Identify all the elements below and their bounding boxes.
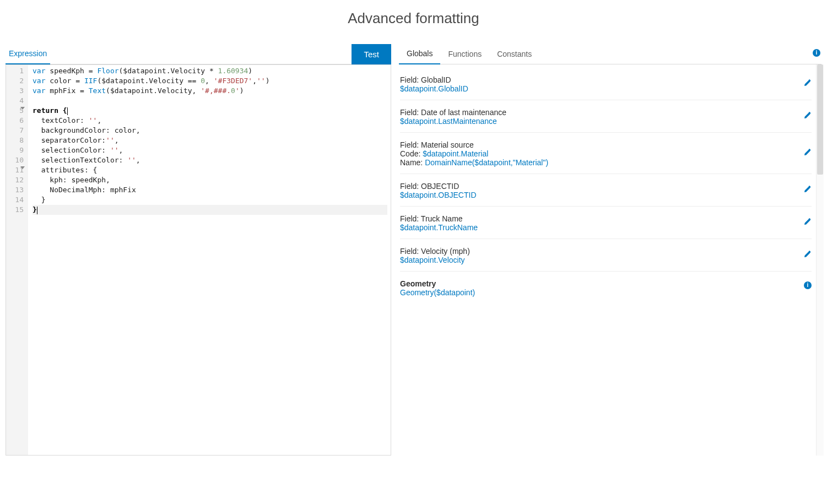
field-label: Field: OBJECTID (400, 182, 812, 191)
code-line[interactable]: kph: speedKph, (33, 175, 387, 185)
code-line[interactable]: selectionTextColor: '', (33, 155, 387, 165)
field-label: Field: Date of last maintenance (400, 108, 812, 117)
edit-icon[interactable] (803, 148, 812, 158)
info-icon[interactable]: i (804, 281, 812, 289)
field-label: Field: Velocity (mph) (400, 247, 812, 256)
line-number: 4 (10, 96, 24, 106)
field-code-row: Code: $datapoint.Material (400, 149, 812, 158)
test-button[interactable]: Test (352, 44, 391, 64)
field-label: Field: Material source (400, 140, 812, 149)
tab-expression[interactable]: Expression (6, 44, 50, 64)
field-item: Field: Date of last maintenance$datapoin… (400, 100, 812, 133)
field-code-link[interactable]: $datapoint.Material (423, 149, 488, 158)
field-item: Field: OBJECTID$datapoint.OBJECTID (400, 174, 812, 207)
code-editor[interactable]: 123456789101112131415 var speedKph = Flo… (6, 64, 391, 456)
field-code-label: Code: (400, 149, 423, 158)
line-number: 12 (10, 175, 24, 185)
code-line[interactable]: } (33, 195, 387, 205)
editor-code[interactable]: var speedKph = Floor($datapoint.Velocity… (28, 65, 391, 455)
line-number: 5 (10, 106, 24, 116)
fields-list: Field: GlobalID$datapoint.GlobalIDField:… (399, 64, 821, 304)
left-tabs: Expression (6, 44, 50, 64)
edit-icon[interactable] (803, 250, 812, 260)
code-line[interactable]: attributes: { (33, 165, 387, 175)
line-number: 6 (10, 116, 24, 126)
code-line[interactable]: var color = IIF($datapoint.Velocity == 0… (33, 76, 387, 86)
edit-icon[interactable] (803, 218, 812, 227)
line-number: 1 (10, 66, 24, 76)
fold-icon[interactable] (20, 107, 25, 110)
body: Expression Test 123456789101112131415 va… (0, 44, 827, 456)
field-variable-link[interactable]: $datapoint.Velocity (400, 256, 812, 264)
line-number: 2 (10, 76, 24, 86)
line-number: 10 (10, 155, 24, 165)
code-line[interactable]: } (33, 205, 387, 215)
code-line[interactable]: var speedKph = Floor($datapoint.Velocity… (33, 66, 387, 76)
geometry-link[interactable]: Geometry($datapoint) (400, 288, 812, 297)
line-number: 9 (10, 145, 24, 155)
app-root: Advanced formatting Expression Test 1234… (0, 0, 827, 504)
geometry-item: GeometryGeometry($datapoint)i (400, 272, 812, 304)
field-variable-link[interactable]: $datapoint.OBJECTID (400, 191, 812, 199)
fold-icon[interactable] (20, 166, 25, 169)
code-line[interactable]: textColor: '', (33, 116, 387, 126)
code-line[interactable]: selectionColor: '', (33, 145, 387, 155)
tab-functions[interactable]: Functions (440, 44, 489, 64)
tab-constants[interactable]: Constants (489, 44, 539, 64)
tab-globals[interactable]: Globals (399, 44, 440, 64)
page-title: Advanced formatting (0, 0, 827, 44)
field-name-link[interactable]: DomainName($datapoint,"Material") (425, 158, 548, 167)
code-line[interactable]: NoDecimalMph: mphFix (33, 185, 387, 195)
left-header: Expression Test (6, 44, 391, 64)
field-variable-link[interactable]: $datapoint.TruckName (400, 223, 812, 232)
line-number: 14 (10, 195, 24, 205)
field-item: Field: GlobalID$datapoint.GlobalID (400, 68, 812, 100)
info-icon[interactable]: i (813, 49, 820, 57)
scroll-handle[interactable] (817, 64, 823, 175)
field-name-label: Name: (400, 158, 425, 167)
left-panel: Expression Test 123456789101112131415 va… (6, 44, 391, 456)
code-line[interactable]: separatorColor:'', (33, 136, 387, 145)
line-number: 8 (10, 136, 24, 145)
field-item: Field: Truck Name$datapoint.TruckName (400, 207, 812, 239)
field-name-row: Name: DomainName($datapoint,"Material") (400, 158, 812, 167)
edit-icon[interactable] (803, 111, 812, 121)
code-line[interactable]: backgroundColor: color, (33, 126, 387, 136)
scrollbar[interactable] (816, 64, 824, 456)
field-item: Field: Velocity (mph)$datapoint.Velocity (400, 239, 812, 272)
line-number: 7 (10, 126, 24, 136)
line-number: 13 (10, 185, 24, 195)
field-label: Field: Truck Name (400, 214, 812, 223)
editor-gutter: 123456789101112131415 (6, 65, 28, 455)
code-line[interactable] (33, 96, 387, 106)
right-header: Globals Functions Constants i (399, 44, 821, 64)
right-panel: Globals Functions Constants i Field: Glo… (399, 44, 821, 456)
edit-icon[interactable] (803, 185, 812, 195)
line-number: 3 (10, 86, 24, 96)
code-line[interactable]: var mphFix = Text($datapoint.Velocity, '… (33, 86, 387, 96)
right-scroll: Field: GlobalID$datapoint.GlobalIDField:… (399, 64, 821, 456)
line-number: 15 (10, 205, 24, 215)
geometry-heading: Geometry (400, 279, 812, 288)
field-variable-link[interactable]: $datapoint.GlobalID (400, 84, 812, 93)
line-number: 11 (10, 165, 24, 175)
field-item: Field: Material sourceCode: $datapoint.M… (400, 133, 812, 174)
field-label: Field: GlobalID (400, 75, 812, 84)
edit-icon[interactable] (803, 79, 812, 89)
code-line[interactable]: return { (33, 106, 387, 116)
field-variable-link[interactable]: $datapoint.LastMaintenance (400, 117, 812, 126)
